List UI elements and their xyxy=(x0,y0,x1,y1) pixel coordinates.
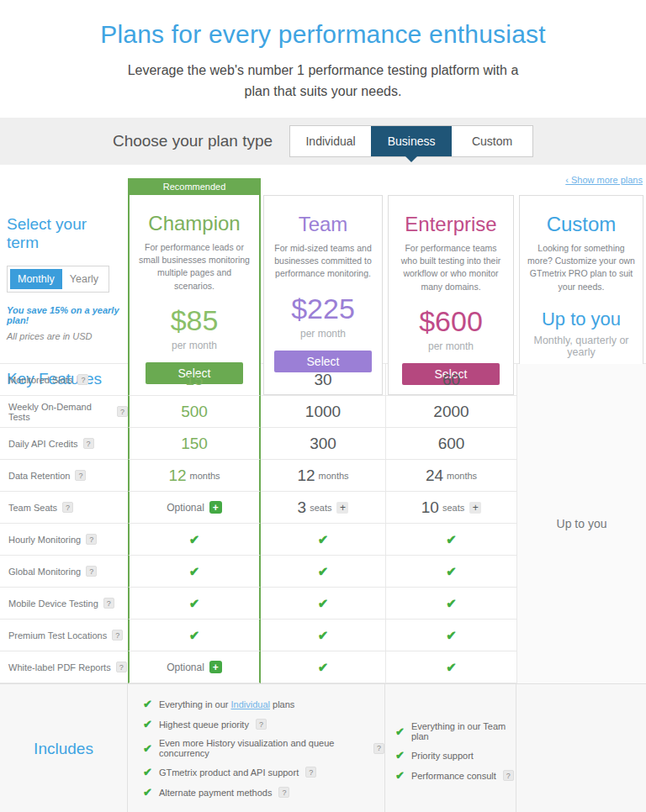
feature-value-number: 2000 xyxy=(433,403,469,421)
feature-label-text: Daily API Credits xyxy=(8,439,78,449)
feature-label: Global Monitoring? xyxy=(0,556,128,588)
feature-value-team: ✔ xyxy=(261,556,385,588)
help-icon[interactable]: ? xyxy=(112,630,123,641)
feature-value-unit: months xyxy=(190,471,220,481)
help-icon[interactable]: ? xyxy=(373,743,384,754)
feature-label: Weekly On-Demand Tests? xyxy=(0,396,128,428)
feature-value-champion: ✔ xyxy=(128,588,261,620)
feature-label-text: Global Monitoring xyxy=(8,567,81,577)
help-icon[interactable]: ? xyxy=(256,719,267,730)
individual-plans-link[interactable]: Individual xyxy=(231,699,270,709)
feature-value-champion: 12months xyxy=(128,460,261,492)
help-icon[interactable]: ? xyxy=(278,787,289,798)
tab-business[interactable]: Business xyxy=(371,126,452,156)
feature-value-unit: months xyxy=(319,471,349,481)
feature-value-number: 10 xyxy=(421,498,439,517)
feature-value-enterprise: 2000 xyxy=(385,396,516,428)
check-icon: ✔ xyxy=(318,532,329,547)
includes-custom-cell xyxy=(516,684,646,812)
yearly-save-note: You save 15% on a yearly plan! xyxy=(7,305,123,325)
check-icon: ✔ xyxy=(143,766,152,778)
includes-item-text: Everything in our Individual plans xyxy=(159,699,294,709)
feature-value-team: 12months xyxy=(261,460,385,492)
term-yearly-button[interactable]: Yearly xyxy=(62,269,106,289)
add-option-icon[interactable]: + xyxy=(209,501,222,514)
show-more-plans-link[interactable]: ‹ Show more plans xyxy=(565,175,646,185)
check-icon: ✔ xyxy=(143,718,152,730)
feature-value-enterprise: ✔ xyxy=(385,651,516,683)
help-icon[interactable]: ? xyxy=(86,534,97,545)
tab-individual[interactable]: Individual xyxy=(290,126,371,156)
check-icon: ✔ xyxy=(395,769,405,782)
includes-item-text: Alternate payment methods xyxy=(159,788,273,798)
includes-item: ✔Alternate payment methods? xyxy=(143,786,384,799)
help-icon[interactable]: ? xyxy=(75,470,86,481)
pricing-page: Plans for every performance enthusiast L… xyxy=(0,0,646,812)
plan-description: For performance leads or small businesse… xyxy=(130,241,259,293)
feature-value-number: 12 xyxy=(297,467,315,485)
help-icon[interactable]: ? xyxy=(116,662,127,672)
includes-item: ✔Even more History visualization and que… xyxy=(143,738,384,758)
plan-period: Monthly, quarterly or yearly xyxy=(520,335,643,358)
includes-item-text: Highest queue priority xyxy=(159,720,249,730)
page-title: Plans for every performance enthusiast xyxy=(0,0,646,49)
feature-label: Mobile Device Testing? xyxy=(0,588,128,620)
term-monthly-button[interactable]: Monthly xyxy=(10,269,62,289)
feature-value-champion: Optional+ xyxy=(128,651,261,683)
feature-value-number: 1000 xyxy=(305,403,341,421)
help-icon[interactable]: ? xyxy=(86,566,97,577)
help-icon[interactable]: ? xyxy=(77,374,88,385)
feature-value-champion: Optional+ xyxy=(128,492,261,524)
feature-value-number: 3 xyxy=(298,498,307,517)
plan-period: per month xyxy=(389,340,513,352)
check-icon: ✔ xyxy=(446,532,457,547)
check-icon: ✔ xyxy=(189,596,200,611)
add-seats-icon[interactable]: + xyxy=(469,502,481,514)
includes-item-text: Even more History visualization and queu… xyxy=(159,738,367,758)
plan-price: $225 xyxy=(264,293,382,325)
feature-value-champion: 15 xyxy=(128,364,261,396)
feature-value-number: 24 xyxy=(426,467,443,485)
feature-value-champion: ✔ xyxy=(128,556,261,588)
plan-name: Team xyxy=(264,213,382,236)
plan-name: Custom xyxy=(520,213,643,236)
feature-value-team: 1000 xyxy=(261,396,385,428)
includes-item-text: GTmetrix product and API support xyxy=(159,767,299,778)
add-option-icon[interactable]: + xyxy=(209,661,222,673)
feature-label: White-label PDF Reports? xyxy=(0,651,128,683)
includes-heading: Includes xyxy=(34,740,93,758)
feature-value-number: 12 xyxy=(168,467,186,485)
feature-label: Daily API Credits? xyxy=(0,428,128,460)
feature-value-team: ✔ xyxy=(261,620,385,651)
includes-label-cell: Includes xyxy=(0,684,128,812)
help-icon[interactable]: ? xyxy=(103,598,114,609)
help-icon[interactable]: ? xyxy=(503,770,514,781)
check-icon: ✔ xyxy=(446,596,457,611)
includes-item: ✔Highest queue priority? xyxy=(143,718,384,730)
includes-item-text: Performance consult xyxy=(411,771,496,781)
includes-item: ✔Everything in our Team plan xyxy=(395,721,516,741)
includes-champion-team-cell: ✔Everything in our Individual plans✔High… xyxy=(128,684,385,812)
help-icon[interactable]: ? xyxy=(62,502,73,513)
term-toggle: Monthly Yearly xyxy=(7,266,109,293)
check-icon: ✔ xyxy=(395,725,405,738)
add-seats-icon[interactable]: + xyxy=(336,502,348,514)
feature-label-text: Team Seats xyxy=(8,503,57,513)
help-icon[interactable]: ? xyxy=(305,767,316,778)
select-term-heading: Select your term xyxy=(7,215,123,252)
plan-description: For mid-sized teams and businesses commi… xyxy=(264,242,382,281)
feature-value-champion: ✔ xyxy=(128,620,261,651)
plan-name: Champion xyxy=(130,212,259,235)
feature-label-text: Data Retention xyxy=(8,471,70,481)
help-icon[interactable]: ? xyxy=(117,406,128,417)
check-icon: ✔ xyxy=(318,628,329,643)
feature-value-enterprise: ✔ xyxy=(385,556,516,588)
feature-value-number: 150 xyxy=(181,435,208,453)
help-icon[interactable]: ? xyxy=(83,438,94,449)
tab-custom[interactable]: Custom xyxy=(452,126,532,156)
feature-value-team: 300 xyxy=(261,428,385,460)
plan-cards-row: Select your term Monthly Yearly You save… xyxy=(0,195,646,363)
feature-value-unit: seats xyxy=(442,503,464,513)
plan-description: Looking for something more? Customize yo… xyxy=(520,242,643,293)
feature-value-team: ✔ xyxy=(261,651,385,683)
